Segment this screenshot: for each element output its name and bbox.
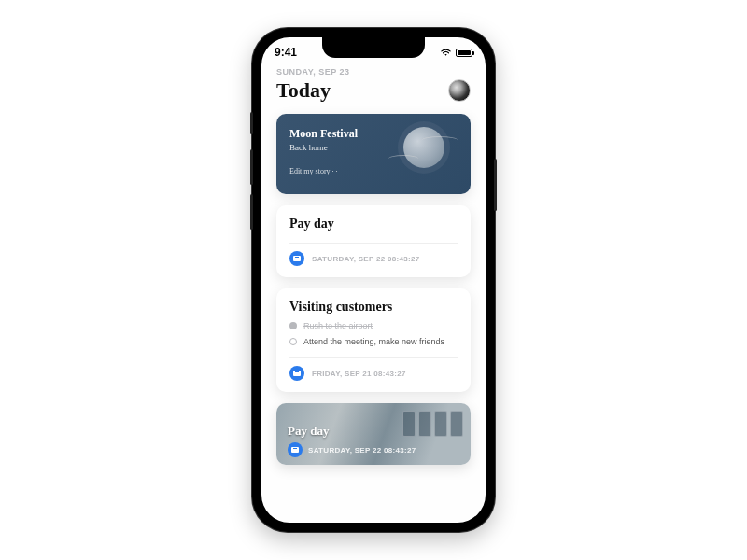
featured-subtitle: Back home — [289, 143, 458, 152]
card-footer-text: SATURDAY, SEP 22 08:43:27 — [308, 446, 416, 455]
avatar[interactable] — [448, 79, 471, 102]
phone-side-button — [494, 159, 497, 211]
task-row[interactable]: Rush to the airport — [289, 321, 458, 330]
battery-icon — [456, 49, 472, 57]
phone-side-button — [250, 149, 253, 185]
content: SUNDAY, SEP 23 Today Moon Festival Back … — [261, 62, 486, 523]
notch — [322, 37, 425, 58]
cloud-icon — [388, 155, 418, 162]
wifi-icon — [440, 48, 452, 57]
card-footer: FRIDAY, SEP 21 08:43:27 — [289, 357, 458, 381]
task-text: Rush to the airport — [303, 321, 373, 330]
calendar-badge-icon — [289, 366, 304, 381]
date-line: SUNDAY, SEP 23 — [276, 67, 471, 77]
image-card-overlay: Pay day SATURDAY, SEP 22 08:43:27 — [288, 424, 416, 457]
task-bullet-done-icon — [289, 322, 297, 329]
card-footer-text: FRIDAY, SEP 21 08:43:27 — [312, 370, 406, 378]
featured-card[interactable]: Moon Festival Back home Edit my story · … — [276, 114, 471, 194]
task-row[interactable]: Attend the meeting, make new friends — [289, 337, 458, 346]
card-footer-text: SATURDAY, SEP 22 08:43:27 — [312, 255, 419, 263]
image-card[interactable]: Pay day SATURDAY, SEP 22 08:43:27 — [276, 403, 471, 465]
card-title: Visiting customers — [289, 300, 458, 315]
screen: 9:41 SUNDAY, SEP 23 Today Moon Fes — [261, 37, 486, 523]
task-text: Attend the meeting, make new friends — [303, 337, 444, 346]
card-footer: SATURDAY, SEP 22 08:43:27 — [289, 243, 458, 266]
header-row: Today — [276, 78, 471, 103]
event-card[interactable]: Pay day SATURDAY, SEP 22 08:43:27 — [276, 205, 471, 277]
status-right — [440, 48, 472, 57]
task-bullet-open-icon — [289, 338, 297, 345]
featured-action[interactable]: Edit my story · · — [289, 167, 458, 175]
phone-side-button — [250, 112, 253, 134]
calendar-badge-icon — [289, 251, 304, 266]
event-card[interactable]: Visiting customers Rush to the airport A… — [276, 288, 471, 392]
page-title: Today — [276, 78, 331, 103]
calendar-badge-icon — [288, 442, 303, 457]
phone-side-button — [250, 194, 253, 230]
status-time: 9:41 — [275, 46, 297, 59]
phone-frame: 9:41 SUNDAY, SEP 23 Today Moon Fes — [252, 28, 495, 532]
card-title: Pay day — [289, 217, 458, 231]
card-title: Pay day — [288, 424, 416, 439]
